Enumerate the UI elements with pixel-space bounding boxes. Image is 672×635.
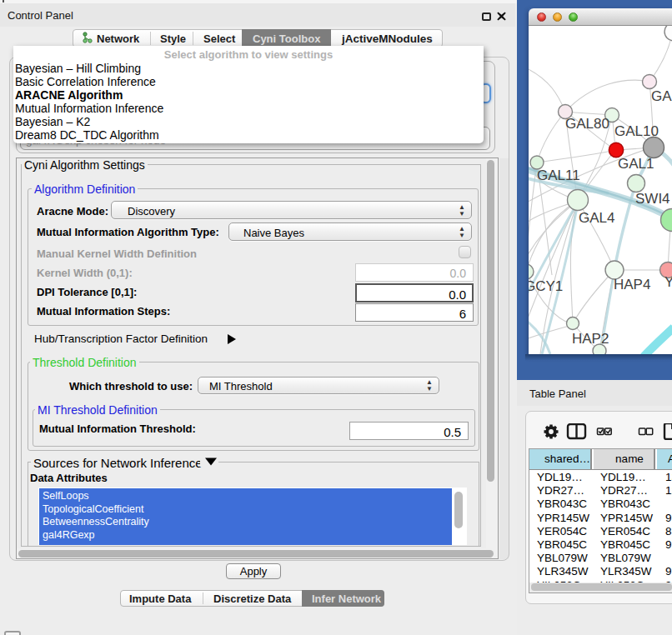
- svg-text:GAL7: GAL7: [651, 88, 672, 104]
- svg-text:YJ: YJ: [664, 274, 672, 290]
- svg-text:HAP4: HAP4: [614, 277, 650, 292]
- svg-text:GAL11: GAL11: [537, 168, 580, 183]
- svg-text:GAL10: GAL10: [614, 123, 659, 139]
- svg-text:GAL1: GAL1: [618, 156, 654, 172]
- svg-text:HAP2: HAP2: [572, 331, 609, 347]
- svg-text:SWI4: SWI4: [635, 191, 670, 207]
- svg-text:GAL80: GAL80: [565, 116, 609, 132]
- svg-text:GCY1: GCY1: [529, 278, 563, 294]
- svg-text:GAL4: GAL4: [579, 210, 614, 226]
